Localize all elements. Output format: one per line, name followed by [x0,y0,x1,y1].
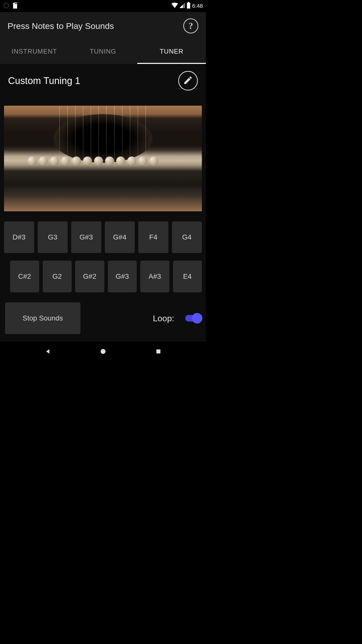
tuning-header: Custom Tuning 1 [4,68,202,96]
sd-card-icon [12,2,18,10]
instrument-image [4,106,202,211]
home-icon[interactable] [100,348,106,356]
tuner-content: Custom Tuning 1 [0,64,206,342]
note-button[interactable]: A#3 [140,261,169,292]
status-right: 6:48 [171,2,203,10]
cell-signal-icon [179,3,185,10]
notes-grid: D#3 G3 G#3 G#4 F4 G4 C#2 G2 G#2 G#3 A#3 … [4,221,202,292]
recent-apps-icon[interactable] [155,348,161,355]
loop-label: Loop: [153,313,174,323]
svg-rect-5 [187,3,190,9]
battery-icon [187,2,191,10]
toggle-knob [192,313,202,324]
note-button[interactable]: G#4 [105,221,135,253]
clock-text: 6:48 [192,3,203,9]
note-button[interactable]: G#3 [71,221,101,253]
svg-point-6 [101,349,106,354]
spinner-icon [3,2,10,10]
header-title: Press Notes to Play Sounds [8,21,114,31]
wifi-icon [171,3,178,10]
tabs: INSTRUMENT TUNING TUNER [0,40,206,64]
note-button[interactable]: D#3 [4,221,34,253]
svg-rect-2 [16,3,16,4]
notes-row-2: C#2 G2 G#2 G#3 A#3 E4 [4,261,202,292]
android-nav-bar [0,342,206,362]
note-button[interactable]: G4 [172,221,202,253]
loop-toggle[interactable] [185,315,201,321]
status-bar: 6:48 [0,0,206,12]
note-button[interactable]: G#3 [108,261,137,292]
svg-point-0 [4,3,9,8]
notes-row-1: D#3 G3 G#3 G#4 F4 G4 [4,221,202,253]
svg-rect-3 [16,3,17,4]
note-button[interactable]: G2 [43,261,72,292]
help-button[interactable]: ? [183,18,198,33]
help-icon: ? [189,21,193,31]
tuning-name: Custom Tuning 1 [8,75,80,86]
tab-tuning[interactable]: TUNING [69,40,137,64]
status-left [3,2,18,10]
note-button[interactable]: G#2 [75,261,104,292]
app-header: Press Notes to Play Sounds ? [0,12,206,40]
note-button[interactable]: E4 [173,261,202,292]
back-icon[interactable] [44,348,51,356]
stop-sounds-button[interactable]: Stop Sounds [5,302,80,334]
app-area: Press Notes to Play Sounds ? INSTRUMENT … [0,12,206,342]
edit-tuning-button[interactable] [178,71,198,91]
svg-rect-7 [156,349,160,353]
tab-tuner[interactable]: TUNER [137,40,206,64]
svg-rect-1 [15,3,15,4]
tab-instrument[interactable]: INSTRUMENT [0,40,69,64]
pencil-icon [183,75,193,86]
svg-rect-4 [188,2,190,3]
note-button[interactable]: G3 [38,221,68,253]
loop-control: Loop: [153,313,201,323]
note-button[interactable]: C#2 [10,261,39,292]
note-button[interactable]: F4 [138,221,168,253]
bottom-controls: Stop Sounds Loop: [4,302,202,334]
